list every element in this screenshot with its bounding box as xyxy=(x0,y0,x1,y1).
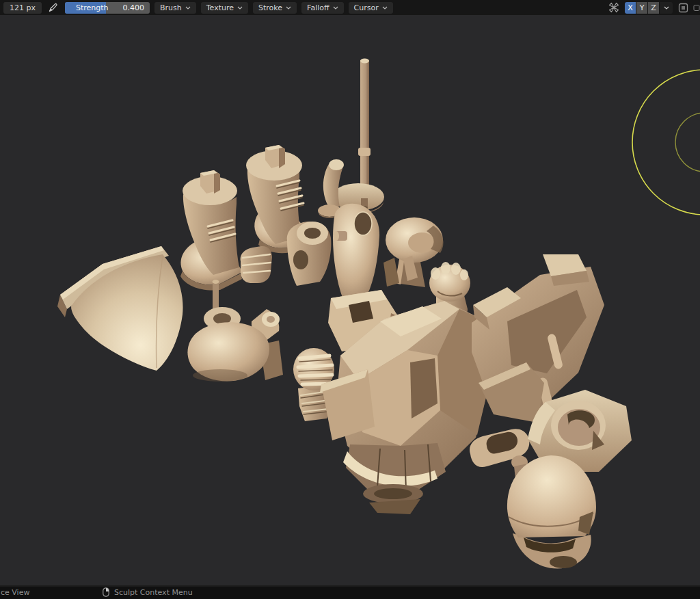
chevron-down-icon xyxy=(185,6,191,10)
mouse-right-button-icon xyxy=(103,587,109,597)
part-ankle-cylinder[interactable] xyxy=(241,246,272,283)
mirror-options-dropdown[interactable] xyxy=(660,2,673,14)
strength-value: 0.400 xyxy=(122,3,144,12)
status-bar: ce View Sculpt Context Menu xyxy=(0,585,700,599)
part-helmet-head[interactable] xyxy=(507,455,596,569)
brush-tool-icon[interactable] xyxy=(46,1,60,14)
sculpt-header-toolbar: 121 px Strength 0.400 Brush Texture Stro… xyxy=(0,0,700,15)
right-mouse-hint: Sculpt Context Menu xyxy=(103,587,193,597)
overlays-toggle-icon[interactable] xyxy=(677,1,689,14)
brush-menu-label: Brush xyxy=(160,3,182,12)
part-left-boot[interactable] xyxy=(180,170,242,291)
part-shield[interactable] xyxy=(57,246,183,371)
texture-menu-label: Texture xyxy=(206,3,234,12)
cursor-menu-button[interactable]: Cursor xyxy=(349,2,393,14)
falloff-menu-label: Falloff xyxy=(307,3,329,12)
stroke-menu-label: Stroke xyxy=(258,3,282,12)
mirror-y-button[interactable]: Y xyxy=(636,2,647,14)
texture-menu-button[interactable]: Texture xyxy=(201,2,248,14)
mirror-axis-toggle: X Y Z xyxy=(625,2,673,14)
symmetry-pinwheel-icon xyxy=(607,1,621,14)
part-pelvis-block[interactable] xyxy=(333,204,379,300)
chevron-down-icon xyxy=(237,6,243,10)
part-left-shoulder-arm[interactable] xyxy=(187,280,283,382)
right-mouse-hint-label: Sculpt Context Menu xyxy=(114,588,193,597)
strength-slider[interactable]: Strength 0.400 xyxy=(65,2,150,14)
brush-radius-field[interactable]: 121 px xyxy=(3,2,42,14)
chevron-down-icon xyxy=(382,6,388,10)
status-left-partial-text: ce View xyxy=(1,588,29,597)
falloff-menu-button[interactable]: Falloff xyxy=(301,2,343,14)
sculpt-3d-viewport[interactable] xyxy=(0,15,700,585)
mirror-x-button[interactable]: X xyxy=(625,2,636,14)
part-hip-socket[interactable] xyxy=(287,222,332,286)
chevron-down-icon xyxy=(286,6,291,10)
scene-canvas xyxy=(0,15,700,585)
stroke-menu-button[interactable]: Stroke xyxy=(253,2,297,14)
blender-window: 121 px Strength 0.400 Brush Texture Stro… xyxy=(0,0,700,599)
brush-menu-button[interactable]: Brush xyxy=(154,2,196,14)
cursor-menu-label: Cursor xyxy=(354,3,379,12)
part-antenna-pole[interactable] xyxy=(358,59,371,187)
mirror-z-button[interactable]: Z xyxy=(648,2,659,14)
strength-label: Strength xyxy=(76,3,109,12)
chevron-down-icon xyxy=(333,6,338,10)
brush-cursor-circles xyxy=(632,70,700,215)
xray-toggle-icon[interactable] xyxy=(693,1,700,14)
chevron-down-icon xyxy=(664,6,669,10)
